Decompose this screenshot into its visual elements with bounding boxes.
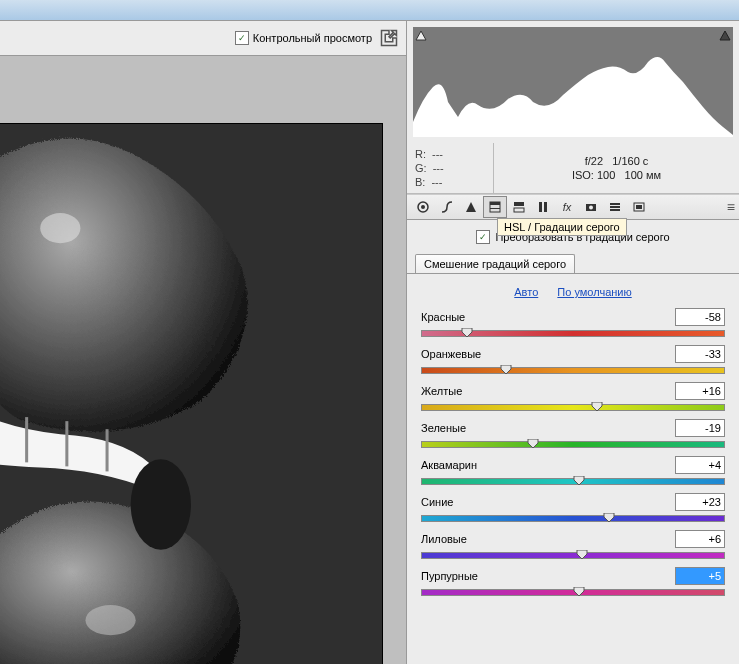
svg-point-7 bbox=[85, 605, 135, 635]
svg-point-18 bbox=[589, 206, 593, 210]
default-link[interactable]: По умолчанию bbox=[557, 286, 631, 298]
adjustments-pane: R:--- G:--- B:--- f/22 1/160 с ISO: 100 … bbox=[407, 20, 739, 664]
panel-toolbar: fx ≡ HSL / Градации серого bbox=[407, 194, 739, 220]
svg-rect-21 bbox=[610, 209, 620, 211]
slider-row: Зеленые-19 bbox=[421, 419, 725, 449]
curve-panel-icon[interactable] bbox=[435, 196, 459, 218]
slider-label: Оранжевые bbox=[421, 348, 481, 360]
slider-track[interactable] bbox=[421, 476, 725, 486]
control-preview-label: Контрольный просмотр bbox=[253, 32, 372, 44]
slider-row: Красные-58 bbox=[421, 308, 725, 338]
slider-track[interactable] bbox=[421, 513, 725, 523]
slider-row: Лиловые+6 bbox=[421, 530, 725, 560]
titlebar bbox=[0, 0, 739, 20]
slider-label: Аквамарин bbox=[421, 459, 477, 471]
histogram-container bbox=[407, 21, 739, 143]
gray-mix-panel: Авто По умолчанию Красные-58Оранжевые-33… bbox=[407, 273, 739, 664]
slider-value-input[interactable]: +5 bbox=[675, 567, 725, 585]
slider-thumb-icon[interactable] bbox=[500, 365, 512, 374]
slider-thumb-icon[interactable] bbox=[461, 328, 473, 337]
slider-thumb-icon[interactable] bbox=[527, 439, 539, 448]
svg-point-6 bbox=[40, 213, 80, 243]
svg-rect-14 bbox=[514, 208, 524, 212]
slider-value-input[interactable]: +4 bbox=[675, 456, 725, 474]
slider-row: Оранжевые-33 bbox=[421, 345, 725, 375]
svg-rect-15 bbox=[539, 202, 542, 212]
lens-panel-icon[interactable] bbox=[531, 196, 555, 218]
slider-thumb-icon[interactable] bbox=[603, 513, 615, 522]
slider-value-input[interactable]: +6 bbox=[675, 530, 725, 548]
presets-panel-icon[interactable] bbox=[603, 196, 627, 218]
svg-rect-3 bbox=[65, 421, 68, 466]
slider-value-input[interactable]: -19 bbox=[675, 419, 725, 437]
slider-label: Синие bbox=[421, 496, 453, 508]
svg-rect-13 bbox=[514, 202, 524, 206]
app-window: Контрольный просмотр bbox=[0, 0, 739, 664]
slider-value-input[interactable]: +16 bbox=[675, 382, 725, 400]
svg-rect-4 bbox=[106, 429, 109, 471]
control-preview-checkbox[interactable]: Контрольный просмотр bbox=[235, 31, 372, 45]
tab-gray-mix[interactable]: Смешение градаций серого bbox=[415, 254, 575, 273]
slider-row: Синие+23 bbox=[421, 493, 725, 523]
slider-thumb-icon[interactable] bbox=[573, 476, 585, 485]
fullscreen-icon[interactable] bbox=[378, 27, 400, 49]
snapshot-panel-icon[interactable] bbox=[627, 196, 651, 218]
slider-track[interactable] bbox=[421, 587, 725, 597]
slider-value-input[interactable]: -33 bbox=[675, 345, 725, 363]
svg-rect-23 bbox=[636, 205, 642, 209]
svg-rect-19 bbox=[610, 203, 620, 205]
tooltip: HSL / Градации серого bbox=[497, 218, 627, 236]
slider-label: Красные bbox=[421, 311, 465, 323]
preview-area bbox=[0, 56, 406, 664]
checkbox-icon bbox=[235, 31, 249, 45]
svg-rect-20 bbox=[610, 206, 620, 208]
slider-track[interactable] bbox=[421, 550, 725, 560]
detail-panel-icon[interactable] bbox=[459, 196, 483, 218]
slider-row: Аквамарин+4 bbox=[421, 456, 725, 486]
fx-panel-icon[interactable]: fx bbox=[555, 196, 579, 218]
slider-label: Лиловые bbox=[421, 533, 467, 545]
checkbox-icon bbox=[476, 230, 490, 244]
panel-menu-icon[interactable]: ≡ bbox=[727, 199, 735, 215]
svg-rect-12 bbox=[490, 208, 500, 209]
svg-rect-11 bbox=[490, 202, 500, 205]
camera-panel-icon[interactable] bbox=[579, 196, 603, 218]
hsl-panel-icon[interactable] bbox=[483, 196, 507, 218]
slider-label: Пурпурные bbox=[421, 570, 478, 582]
slider-value-input[interactable]: -58 bbox=[675, 308, 725, 326]
svg-point-5 bbox=[131, 459, 191, 549]
slider-track[interactable] bbox=[421, 328, 725, 338]
slider-label: Зеленые bbox=[421, 422, 466, 434]
preview-toolbar: Контрольный просмотр bbox=[0, 20, 406, 56]
slider-label: Желтые bbox=[421, 385, 462, 397]
slider-thumb-icon[interactable] bbox=[591, 402, 603, 411]
slider-row: Пурпурные+5 bbox=[421, 567, 725, 597]
preview-pane: Контрольный просмотр bbox=[0, 20, 407, 664]
preset-links: Авто По умолчанию bbox=[421, 286, 725, 298]
slider-track[interactable] bbox=[421, 402, 725, 412]
svg-point-9 bbox=[421, 205, 425, 209]
auto-link[interactable]: Авто bbox=[514, 286, 538, 298]
slider-row: Желтые+16 bbox=[421, 382, 725, 412]
slider-track[interactable] bbox=[421, 365, 725, 375]
svg-rect-16 bbox=[544, 202, 547, 212]
slider-value-input[interactable]: +23 bbox=[675, 493, 725, 511]
exposure-readout: f/22 1/160 с ISO: 100 100 мм bbox=[494, 143, 739, 193]
histogram[interactable] bbox=[413, 27, 733, 137]
svg-rect-2 bbox=[25, 417, 28, 462]
basic-panel-icon[interactable] bbox=[411, 196, 435, 218]
image-canvas[interactable] bbox=[0, 124, 382, 664]
split-panel-icon[interactable] bbox=[507, 196, 531, 218]
info-row: R:--- G:--- B:--- f/22 1/160 с ISO: 100 … bbox=[407, 143, 739, 194]
slider-thumb-icon[interactable] bbox=[573, 587, 585, 596]
slider-thumb-icon[interactable] bbox=[576, 550, 588, 559]
slider-track[interactable] bbox=[421, 439, 725, 449]
rgb-readout: R:--- G:--- B:--- bbox=[407, 143, 494, 193]
tabstrip: Смешение градаций серого bbox=[407, 254, 739, 273]
